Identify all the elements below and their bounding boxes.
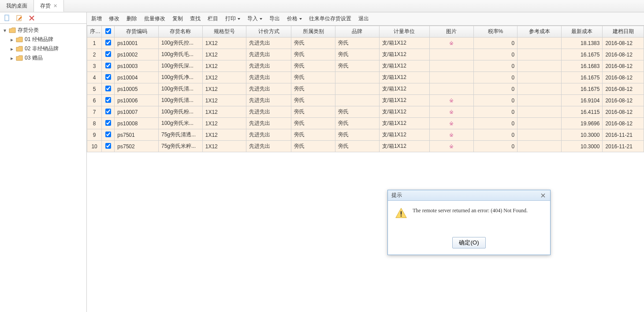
tab-label: 存货: [40, 2, 51, 10]
close-icon[interactable]: ✕: [53, 3, 57, 9]
tree-item-label: 01 经销品牌: [25, 36, 53, 43]
edit-icon[interactable]: [16, 15, 23, 22]
tree-item-2[interactable]: ▸03 赠品: [1, 53, 86, 63]
svg-rect-1: [7, 15, 9, 16]
tab-1[interactable]: 存货✕: [34, 0, 64, 12]
tree: ▾存货分类▸01 经销品牌▸02 非经销品牌▸03 赠品: [0, 24, 86, 64]
sidebar-toolbar: [0, 12, 86, 24]
dialog-message: The remote server returned an error: (40…: [413, 207, 528, 228]
sidebar: ▾存货分类▸01 经销品牌▸02 非经销品牌▸03 赠品: [0, 12, 87, 312]
expand-icon[interactable]: ▸: [10, 55, 14, 61]
close-icon[interactable]: [540, 192, 547, 199]
main-area: 新增修改删除批量修改复制查找栏目打印导入导出价格往来单位存货设置退出 序号存货编…: [87, 12, 644, 312]
delete-icon[interactable]: [28, 15, 35, 22]
dialog-title-text: 提示: [391, 192, 402, 199]
tree-item-label: 03 赠品: [25, 54, 43, 62]
dialog-backdrop: 提示 The remote server returned an error: …: [87, 12, 644, 312]
tree-item-label: 02 非经销品牌: [25, 45, 59, 53]
tree-root[interactable]: ▾存货分类: [1, 26, 86, 35]
tab-label: 我的桌面: [6, 2, 27, 10]
expand-icon[interactable]: ▸: [10, 46, 14, 52]
warning-icon: [395, 207, 407, 219]
new-doc-icon[interactable]: [4, 15, 11, 22]
error-dialog: 提示 The remote server returned an error: …: [387, 190, 551, 255]
tree-root-label: 存货分类: [18, 26, 39, 34]
dialog-titlebar[interactable]: 提示: [388, 190, 550, 201]
tab-bar: 我的桌面存货✕: [0, 0, 644, 12]
tree-item-1[interactable]: ▸02 非经销品牌: [1, 44, 86, 53]
svg-rect-3: [401, 211, 402, 215]
ok-button-label: 确定(O): [459, 239, 479, 246]
expand-icon[interactable]: ▸: [10, 37, 14, 43]
tab-0[interactable]: 我的桌面: [0, 0, 34, 12]
collapse-icon[interactable]: ▾: [3, 27, 7, 34]
tree-item-0[interactable]: ▸01 经销品牌: [1, 35, 86, 44]
svg-rect-4: [401, 215, 402, 216]
ok-button[interactable]: 确定(O): [452, 237, 485, 248]
